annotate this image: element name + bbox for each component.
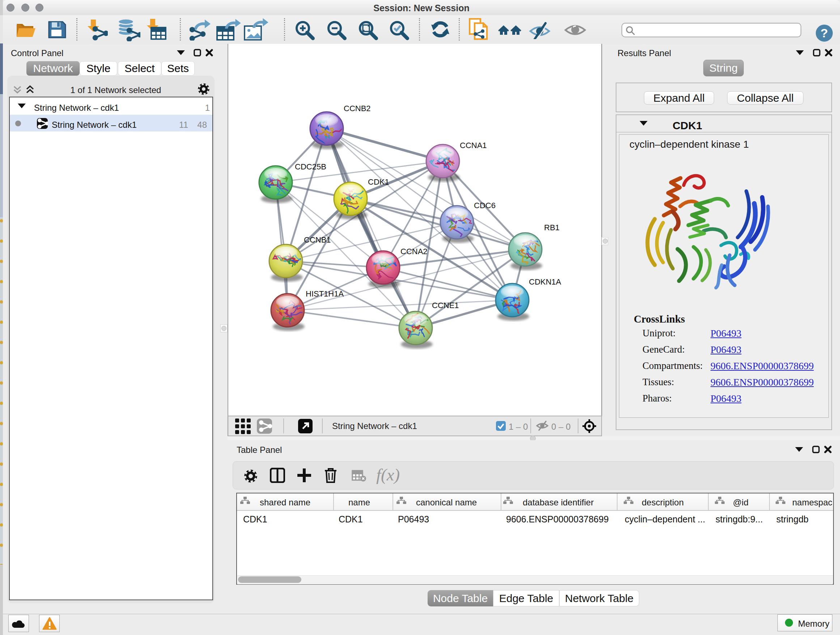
- svg-text:CCNB1: CCNB1: [304, 235, 331, 244]
- svg-text:CDKN1A: CDKN1A: [529, 277, 561, 287]
- svg-text:CCNB2: CCNB2: [344, 104, 371, 113]
- svg-text:CCNE1: CCNE1: [432, 301, 459, 310]
- svg-text:CDK1: CDK1: [368, 177, 389, 187]
- svg-text:RB1: RB1: [544, 223, 560, 232]
- svg-text:CCNA1: CCNA1: [460, 141, 487, 150]
- svg-text:HIST1H1A: HIST1H1A: [306, 289, 344, 298]
- svg-text:CCNA2: CCNA2: [401, 247, 428, 256]
- svg-text:CDC25B: CDC25B: [295, 162, 326, 171]
- svg-text:CDC6: CDC6: [474, 201, 496, 210]
